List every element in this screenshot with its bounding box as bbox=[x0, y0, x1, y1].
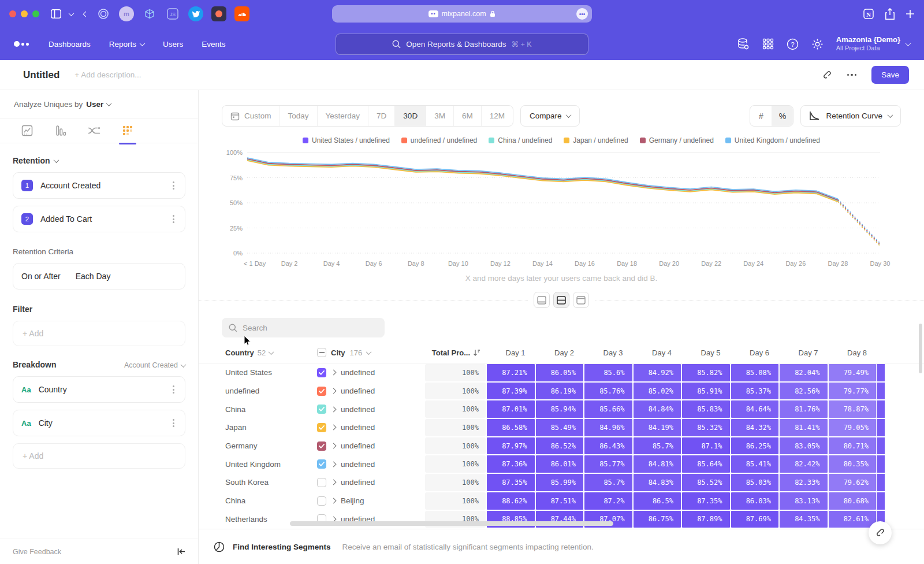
chart-type-dropdown[interactable]: Retention Curve bbox=[800, 105, 901, 127]
retention-cell[interactable]: 79.62% bbox=[829, 474, 877, 491]
retention-cell[interactable]: 85.52% bbox=[682, 474, 730, 491]
m-avatar-tab-icon[interactable]: m bbox=[119, 6, 134, 21]
retention-cell[interactable]: 84.83% bbox=[634, 474, 681, 491]
row-checkbox[interactable] bbox=[317, 423, 326, 432]
share-icon[interactable] bbox=[885, 8, 895, 20]
retention-cell[interactable]: 85.66% bbox=[584, 400, 632, 418]
row-checkbox[interactable] bbox=[317, 478, 326, 487]
retention-cell[interactable]: 82.04% bbox=[780, 364, 828, 381]
vertical-scrollbar[interactable] bbox=[919, 324, 922, 373]
select-all-checkbox[interactable] bbox=[317, 348, 326, 357]
day-column-header[interactable]: Day 8 bbox=[828, 348, 877, 357]
retention-cell[interactable]: 83.05% bbox=[780, 437, 828, 455]
add-description-button[interactable]: + Add description... bbox=[74, 70, 141, 79]
breakdown-item-city[interactable]: Aa City bbox=[13, 410, 185, 436]
expand-row-icon[interactable] bbox=[331, 461, 337, 467]
retention-cell[interactable]: 85.94% bbox=[536, 400, 584, 418]
range-30d-button[interactable]: 30D bbox=[395, 106, 426, 126]
unit-number-button[interactable]: # bbox=[750, 106, 772, 126]
new-tab-icon[interactable] bbox=[906, 9, 915, 18]
retention-cell[interactable]: 85.6% bbox=[584, 364, 632, 381]
report-title[interactable]: Untitled bbox=[23, 69, 59, 81]
retention-cell[interactable]: 86.52% bbox=[536, 437, 584, 455]
retention-step-1[interactable]: 1 Account Created bbox=[13, 172, 185, 199]
legend-item[interactable]: China / undefined bbox=[489, 136, 552, 144]
mixpanel-tab-icon[interactable] bbox=[211, 6, 226, 21]
view-table-only-button[interactable] bbox=[573, 292, 589, 308]
find-segments-title[interactable]: Find Interesting Segments bbox=[233, 543, 331, 551]
retention-cell[interactable]: 86.25% bbox=[731, 437, 779, 455]
retention-cell[interactable]: 84.35% bbox=[780, 511, 828, 528]
nav-link-events[interactable]: Events bbox=[202, 40, 225, 49]
analyze-value-dropdown[interactable]: User bbox=[86, 100, 103, 109]
nav-link-users[interactable]: Users bbox=[163, 40, 183, 49]
nav-link-dashboards[interactable]: Dashboards bbox=[49, 40, 91, 49]
total-column-header[interactable]: Total Pro... bbox=[424, 348, 486, 357]
retention-cell[interactable]: 85.03% bbox=[731, 474, 779, 491]
expand-row-icon[interactable] bbox=[331, 480, 337, 485]
address-more-icon[interactable]: ••• bbox=[576, 8, 588, 20]
row-checkbox[interactable] bbox=[317, 441, 326, 451]
day-column-header[interactable]: Day 2 bbox=[535, 348, 584, 357]
expand-row-icon[interactable] bbox=[331, 498, 337, 504]
mixpanel-logo[interactable] bbox=[14, 41, 29, 47]
day-column-header[interactable]: Day 1 bbox=[486, 348, 535, 357]
row-checkbox[interactable] bbox=[317, 405, 326, 414]
retention-cell[interactable]: 85.49% bbox=[536, 419, 584, 436]
breakdown-options-icon[interactable] bbox=[170, 417, 177, 429]
retention-cell[interactable]: 82.33% bbox=[780, 474, 828, 491]
retention-cell[interactable]: 86.75% bbox=[634, 511, 681, 528]
retention-cell[interactable]: 85.7% bbox=[584, 474, 632, 491]
retention-cell[interactable]: 87.35% bbox=[487, 474, 535, 491]
retention-cell[interactable]: 86.01% bbox=[536, 455, 584, 473]
retention-cell[interactable]: 84.92% bbox=[634, 364, 681, 381]
row-checkbox[interactable] bbox=[317, 387, 326, 396]
horizontal-scrollbar[interactable] bbox=[290, 521, 613, 526]
range-3m-button[interactable]: 3M bbox=[426, 106, 454, 126]
retention-chart[interactable]: 100%75%50%25%0%< 1 DayDay 2Day 4Day 6Day… bbox=[221, 147, 910, 272]
retention-cell[interactable]: 80.68% bbox=[829, 492, 877, 510]
project-switcher[interactable]: Amazonia {Demo} All Project Data bbox=[836, 35, 910, 53]
step-options-icon[interactable] bbox=[170, 213, 177, 225]
retention-cell[interactable]: 79.77% bbox=[829, 383, 877, 400]
criteria-each-day[interactable]: Each Day bbox=[76, 272, 111, 281]
cube-tab-icon[interactable] bbox=[142, 6, 157, 21]
chevron-down-icon[interactable] bbox=[69, 10, 74, 16]
retention-cell[interactable]: 87.01% bbox=[487, 400, 535, 418]
expand-row-icon[interactable] bbox=[331, 443, 337, 449]
tab-flows[interactable] bbox=[84, 118, 104, 143]
retention-cell[interactable]: 86.03% bbox=[731, 492, 779, 510]
add-filter-button[interactable]: + Add bbox=[13, 321, 185, 346]
retention-cell[interactable]: 80.35% bbox=[829, 455, 877, 473]
row-checkbox[interactable] bbox=[317, 368, 326, 377]
retention-cell[interactable]: 87.39% bbox=[487, 383, 535, 400]
retention-cell[interactable]: 82.56% bbox=[780, 383, 828, 400]
range-custom-button[interactable]: Custom bbox=[222, 106, 280, 126]
add-breakdown-button[interactable]: + Add bbox=[13, 443, 185, 469]
retention-cell[interactable]: 87.36% bbox=[487, 455, 535, 473]
expand-row-icon[interactable] bbox=[331, 388, 337, 394]
breakdown-options-icon[interactable] bbox=[170, 383, 177, 396]
compare-button[interactable]: Compare bbox=[520, 105, 580, 127]
legend-item[interactable]: United Kingdom / undefined bbox=[725, 136, 820, 144]
row-checkbox[interactable] bbox=[317, 459, 326, 469]
retention-cell[interactable]: 85.08% bbox=[731, 364, 779, 381]
range-7d-button[interactable]: 7D bbox=[368, 106, 395, 126]
back-icon[interactable] bbox=[83, 11, 89, 17]
retention-cell[interactable]: 82.42% bbox=[780, 455, 828, 473]
bird-tab-icon[interactable] bbox=[188, 6, 203, 21]
legend-item[interactable]: Japan / undefined bbox=[564, 136, 628, 144]
expand-row-icon[interactable] bbox=[331, 425, 337, 431]
retention-cell[interactable]: 88.62% bbox=[487, 492, 535, 510]
legend-item[interactable]: United States / undefined bbox=[303, 136, 390, 144]
retention-cell[interactable]: 87.35% bbox=[682, 492, 730, 510]
traffic-lights[interactable] bbox=[9, 10, 39, 17]
retention-cell[interactable]: 87.21% bbox=[487, 364, 535, 381]
retention-cell[interactable]: 85.37% bbox=[731, 383, 779, 400]
retention-cell[interactable]: 83.13% bbox=[780, 492, 828, 510]
retention-cell[interactable]: 85.32% bbox=[682, 419, 730, 436]
retention-cell[interactable]: 85.02% bbox=[634, 383, 681, 400]
apps-grid-icon[interactable] bbox=[762, 38, 774, 50]
give-feedback-link[interactable]: Give Feedback bbox=[13, 548, 61, 556]
zoom-window-icon[interactable] bbox=[32, 10, 39, 17]
